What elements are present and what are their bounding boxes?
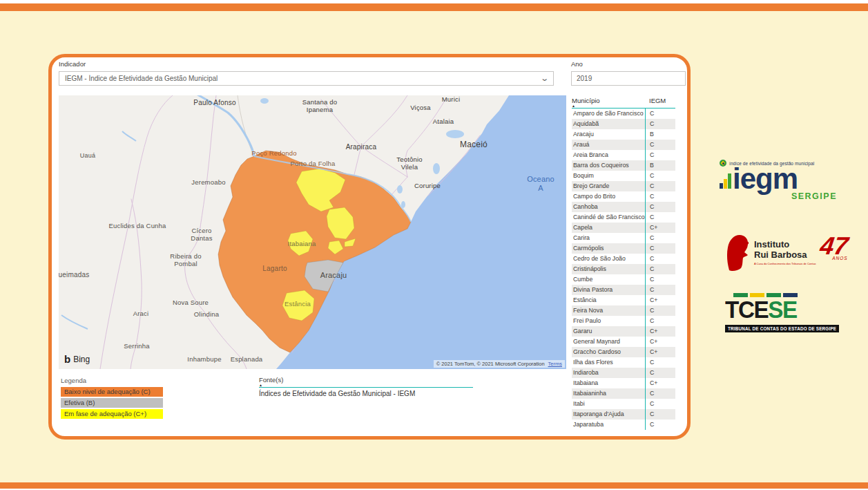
table-row[interactable]: CapelaC+ <box>572 223 675 233</box>
column-header-iegm[interactable]: IEGM <box>645 97 675 104</box>
table-row[interactable]: Brejo GrandeC <box>572 181 675 191</box>
table-row[interactable]: ItabaianinhaC <box>572 388 675 399</box>
iegm-cell: B <box>645 129 675 140</box>
brazil-flag-icon <box>720 160 726 167</box>
table-row[interactable]: Cedro de São JoãoC <box>572 254 675 264</box>
bottom-accent-bar <box>0 482 868 489</box>
table-row[interactable]: CarmópolisC <box>572 243 675 254</box>
table-row[interactable]: ItabiC <box>572 399 675 409</box>
iegm-cell: C+ <box>645 223 675 233</box>
municipio-cell: Graccho Cardoso <box>572 347 645 357</box>
sort-ascending-icon: ▲ <box>572 104 675 107</box>
iegm-cell: C <box>645 202 675 212</box>
indicador-label: Indicador <box>59 60 86 68</box>
municipio-cell: Itaporanga d'Ajuda <box>572 409 645 420</box>
bing-icon: b <box>64 354 70 364</box>
table-row[interactable]: CariraC <box>572 233 675 243</box>
municipio-cell: Arauá <box>572 140 645 150</box>
municipio-cell: Cristinápolis <box>572 264 645 274</box>
municipio-cell: Estância <box>572 295 645 305</box>
tcese-tce-text: TCE <box>725 296 768 323</box>
iegm-cell: C <box>645 171 675 181</box>
legend-title: Legenda <box>61 377 86 384</box>
column-header-municipio[interactable]: Município <box>572 97 645 104</box>
iegm-cell: C <box>645 274 675 285</box>
table-row[interactable]: Ilha das FloresC <box>572 357 675 368</box>
iegm-cell: C+ <box>645 295 675 305</box>
bing-logo[interactable]: b Bing <box>64 354 90 364</box>
table-row[interactable]: Divina PastoraC <box>572 285 675 295</box>
table-row[interactable]: ItabaianaC+ <box>572 378 675 388</box>
table-row[interactable]: Barra dos CoqueirosB <box>572 160 675 171</box>
table-row[interactable]: AquidabãC <box>572 119 675 129</box>
ano-input[interactable] <box>571 71 686 86</box>
table-row[interactable]: EstânciaC+ <box>572 295 675 305</box>
iegm-cell: C <box>645 212 675 223</box>
table-row[interactable]: CumbeC <box>572 274 675 285</box>
legend: Baixo nivel de adequação (C)Efetiva (B)E… <box>61 387 164 420</box>
municipio-cell: Carira <box>572 233 645 243</box>
bar-chart-icon <box>720 173 731 191</box>
table-row[interactable]: ArauáC <box>572 140 675 150</box>
tcese-se-text: SE <box>768 296 797 323</box>
municipio-cell: Itabaiana <box>572 378 645 388</box>
top-accent-bar <box>0 3 868 11</box>
iegm-cell: C <box>645 264 675 274</box>
municipio-cell: Canindé de São Francisco <box>572 212 645 223</box>
municipio-cell: General Maynard <box>572 337 645 347</box>
chevron-down-icon: ⌄ <box>540 74 549 83</box>
iegm-cell: C <box>645 233 675 243</box>
municipio-cell: Gararu <box>572 326 645 337</box>
municipio-cell: Ilha das Flores <box>572 357 645 368</box>
municipio-cell: Cumbe <box>572 274 645 285</box>
iegm-cell: C <box>645 399 675 409</box>
iegm-cell: C <box>645 150 675 160</box>
tcese-subtitle: TRIBUNAL DE CONTAS DO ESTADO DE SERGIPE <box>725 325 839 332</box>
map-attribution: © 2021 TomTom, © 2021 Microsoft Corporat… <box>434 360 565 368</box>
irb-name-line1: Instituto <box>754 240 816 250</box>
iegm-cell: C <box>645 305 675 316</box>
municipio-cell: Aracaju <box>572 129 645 140</box>
municipios-table: Município IEGM ▲ Amparo de São Francisco… <box>572 97 675 430</box>
fonte-header[interactable]: Fonte(s) <box>259 376 473 384</box>
table-row[interactable]: Amparo de São FranciscoC <box>572 109 675 119</box>
table-row[interactable]: GararuC+ <box>572 326 675 337</box>
sort-ascending-icon: ▲ <box>259 384 473 386</box>
municipio-cell: Feira Nova <box>572 305 645 316</box>
table-row[interactable]: CristinápolisC <box>572 264 675 274</box>
table-row[interactable]: Frei PauloC <box>572 316 675 326</box>
iegm-wordmark: iegm <box>733 168 798 191</box>
terms-link[interactable]: Terms <box>548 361 562 367</box>
table-row[interactable]: BoquimC <box>572 171 675 181</box>
iegm-cell: C <box>645 243 675 254</box>
table-row[interactable]: CanhobaC <box>572 202 675 212</box>
legend-item: Em fase de adequação (C+) <box>61 409 163 419</box>
table-row[interactable]: Graccho CardosoC+ <box>572 347 675 357</box>
iegm-cell: C <box>645 368 675 378</box>
table-row[interactable]: Canindé de São FranciscoC <box>572 212 675 223</box>
municipio-cell: Areia Branca <box>572 150 645 160</box>
iegm-cell: B <box>645 160 675 171</box>
table-row[interactable]: IndiarobaC <box>572 368 675 378</box>
iegm-cell: C <box>645 254 675 264</box>
table-row[interactable]: General MaynardC+ <box>572 337 675 347</box>
irb-name-line2: Rui Barbosa <box>754 250 816 261</box>
municipio-cell: Aquidabã <box>572 119 645 129</box>
municipio-cell: Capela <box>572 223 645 233</box>
iegm-cell: C+ <box>645 337 675 347</box>
map[interactable]: UauáPaulo AfonsoSantana do IpanemaViçosa… <box>59 95 566 369</box>
rui-barbosa-silhouette-icon <box>725 234 750 271</box>
table-row[interactable]: Itaporanga d'AjudaC <box>572 409 675 420</box>
table-row[interactable]: AracajuB <box>572 129 675 140</box>
municipio-cell: Carmópolis <box>572 243 645 254</box>
iegm-cell: C <box>645 140 675 150</box>
municipio-cell: Brejo Grande <box>572 181 645 191</box>
indicador-dropdown[interactable]: IEGM - Índice de Efetividade da Gestão M… <box>59 71 554 86</box>
legend-item: Baixo nivel de adequação (C) <box>61 387 163 397</box>
dashboard-panel: Indicador IEGM - Índice de Efetividade d… <box>48 54 691 440</box>
table-row[interactable]: JaparatubaC <box>572 420 675 430</box>
table-row[interactable]: Areia BrancaC <box>572 150 675 160</box>
iegm-cell: C+ <box>645 347 675 357</box>
table-row[interactable]: Campo do BritoC <box>572 191 675 202</box>
table-row[interactable]: Feira NovaC <box>572 305 675 316</box>
